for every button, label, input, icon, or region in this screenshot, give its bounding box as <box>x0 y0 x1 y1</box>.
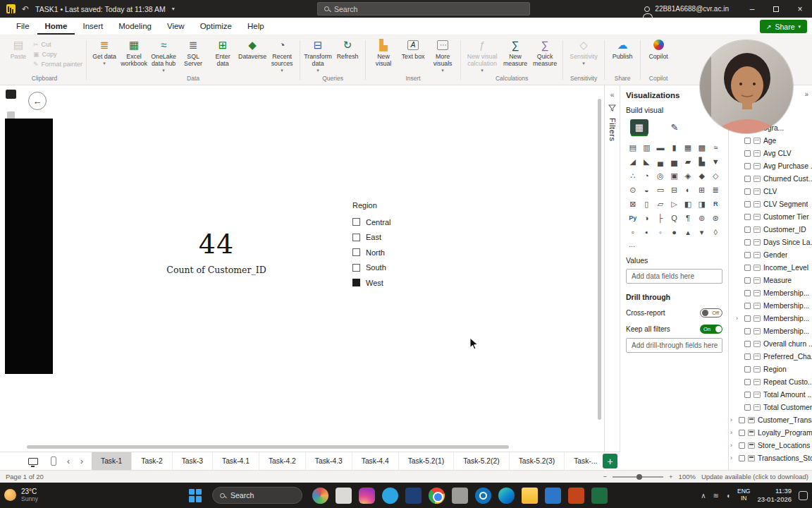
field-item-clv[interactable]: ›CLV <box>729 185 812 198</box>
field-item-overall-churn[interactable]: ›Overall churn ... <box>729 337 812 350</box>
dataverse-button[interactable]: ◆Dataverse <box>238 38 266 60</box>
field-item-gender[interactable]: ›Gender <box>729 248 812 261</box>
multi-row-card-icon[interactable]: ⊟ <box>668 183 682 197</box>
page-tab-task-5-2-3[interactable]: Task-5.2(3) <box>510 452 565 470</box>
field-item-membership[interactable]: ›Membership... <box>729 286 812 299</box>
menu-home[interactable]: Home <box>37 18 75 35</box>
menu-modeling[interactable]: Modeling <box>111 18 159 35</box>
donut-chart-icon[interactable]: ◎ <box>653 169 668 183</box>
field-checkbox[interactable] <box>744 201 751 207</box>
get-data-button[interactable]: ≣Get data▾ <box>90 38 118 66</box>
new-visual-button[interactable]: ▙New visual <box>369 38 398 67</box>
gauge-icon[interactable]: ◒ <box>640 183 654 197</box>
field-item-membership[interactable]: ›Membership... <box>729 325 812 337</box>
field-item-days-since-la[interactable]: ›Days Since La... <box>729 236 812 248</box>
checkbox-icon[interactable] <box>352 234 360 241</box>
field-checkbox[interactable] <box>744 214 751 220</box>
compass-app-icon[interactable] <box>475 488 491 504</box>
vscode-icon[interactable] <box>545 488 561 504</box>
field-item-measure[interactable]: ›Measure <box>729 274 812 286</box>
page-tab-task-3[interactable]: Task-3 <box>173 452 213 470</box>
paste-button[interactable]: ▤ Paste <box>6 38 30 60</box>
field-item-avg-purchase[interactable]: ›Avg Purchase ... <box>729 159 812 172</box>
keep-all-filters-toggle[interactable]: On <box>700 325 722 334</box>
zoom-out-icon[interactable]: − <box>603 473 607 480</box>
wifi-icon[interactable]: ≋ <box>713 492 719 500</box>
excel-icon[interactable] <box>591 488 608 504</box>
field-checkbox[interactable] <box>744 366 751 373</box>
share-button[interactable]: ↗ Share ▾ <box>760 20 807 33</box>
slicer-icon[interactable]: ⊞ <box>695 183 709 197</box>
field-checkbox[interactable] <box>744 176 751 182</box>
stacked-area-chart-icon[interactable]: ◣ <box>640 155 654 169</box>
checkbox-icon[interactable] <box>352 264 360 272</box>
field-checkbox[interactable] <box>744 239 751 246</box>
field-checkbox[interactable] <box>744 341 751 347</box>
zoom-slider-knob[interactable] <box>636 474 642 480</box>
field-checkbox[interactable] <box>739 455 745 461</box>
new-page-button[interactable]: + <box>603 454 617 468</box>
desktop-view-icon[interactable] <box>28 458 38 465</box>
field-item-total-customers[interactable]: ›Total Customers <box>729 401 812 413</box>
zoom-in-icon[interactable]: + <box>669 473 673 480</box>
100-stacked-column-chart-icon[interactable]: ▩ <box>695 140 709 155</box>
table-item-transactions-store[interactable]: ›Transactions_Store <box>729 452 812 464</box>
format-painter-button[interactable]: ✎Format painter <box>33 61 82 68</box>
expander-icon[interactable]: › <box>730 454 736 461</box>
notifications-icon[interactable] <box>799 491 808 500</box>
quick-measure-button[interactable]: ∑Quick measure <box>531 38 559 67</box>
page-tab-task-2[interactable]: Task-2 <box>132 452 172 470</box>
update-available-link[interactable]: Update available (click to download) <box>701 473 808 480</box>
treemap-icon[interactable]: ▣ <box>668 169 682 183</box>
vertical-scrollbar[interactable] <box>598 99 601 420</box>
slicer-option-north[interactable]: North <box>352 245 444 260</box>
cross-report-toggle[interactable]: Off <box>700 308 722 318</box>
field-item-age[interactable]: ›Age <box>729 134 812 147</box>
colorful-app-icon[interactable] <box>312 488 328 504</box>
global-search-box[interactable]: Search <box>317 2 530 16</box>
field-checkbox[interactable] <box>744 379 751 385</box>
field-checkbox[interactable] <box>744 277 751 284</box>
drill-through-field-well[interactable]: Add drill-through fields here <box>626 338 722 353</box>
chevron-up-icon[interactable]: ∧ <box>701 492 706 500</box>
transform-data-button[interactable]: ⊟Transform data▾ <box>304 38 332 73</box>
powerpoint-icon[interactable] <box>568 488 584 504</box>
field-item-customer-tier[interactable]: ›Customer Tier <box>729 210 812 223</box>
new-measure-button[interactable]: ∑New measure <box>501 38 529 67</box>
close-button[interactable]: × <box>788 0 812 18</box>
area-chart-icon[interactable]: ◢ <box>626 155 640 169</box>
pie-chart-icon[interactable]: ◔ <box>640 169 654 183</box>
field-item-preferred-cha[interactable]: ›Preferred_Cha... <box>729 350 812 363</box>
clustered-column-chart-icon[interactable]: ▮ <box>668 140 682 155</box>
collapse-data-pane-icon[interactable]: » <box>804 90 808 98</box>
onelake-data-hub-button[interactable]: ≈OneLake data hub▾ <box>149 38 178 73</box>
field-item-avg-clv[interactable]: ›Avg CLV <box>729 147 812 159</box>
more-visuals-button[interactable]: ⋯More visuals▾ <box>429 38 457 73</box>
scorecard-icon[interactable]: ◨ <box>695 197 709 211</box>
chrome-icon[interactable] <box>429 488 445 504</box>
page-tab-task-4-3[interactable]: Task-4.3 <box>306 452 352 470</box>
page-tab-task-4-2[interactable]: Task-4.2 <box>259 452 306 470</box>
menu-insert[interactable]: Insert <box>75 18 111 35</box>
volume-icon[interactable]: ◖ <box>726 492 730 500</box>
field-item-customer-id[interactable]: ›Customer_ID <box>729 223 812 236</box>
custom-visual-2-icon[interactable]: ▪ <box>640 225 654 239</box>
field-checkbox[interactable] <box>744 226 751 233</box>
custom-visual-4-icon[interactable]: ● <box>668 225 682 239</box>
slicer-option-central[interactable]: Central <box>352 214 444 230</box>
smart-narrative-icon[interactable]: ¶ <box>681 211 695 225</box>
line-and-stacked-column-chart-icon[interactable]: ▄ <box>653 155 668 169</box>
text-box-button[interactable]: AText box <box>399 38 427 60</box>
table-item-customer-transactio[interactable]: ›Customer_Transactio... <box>729 413 812 426</box>
power-apps-icon[interactable]: ▱ <box>653 197 668 211</box>
excel-workbook-button[interactable]: ▦Excel workbook <box>120 38 148 67</box>
field-item-region[interactable]: ›Region <box>729 363 812 375</box>
field-checkbox[interactable] <box>744 328 751 334</box>
table-item-loyalty-program[interactable]: ›Loyalty_Program <box>729 426 812 439</box>
menu-view[interactable]: View <box>159 18 192 35</box>
title-dropdown-caret-icon[interactable]: ▾ <box>172 6 175 12</box>
taskbar-search[interactable]: Search <box>212 487 302 504</box>
new-visual-calculation-button[interactable]: ƒNew visual calculation▾ <box>465 38 500 73</box>
clustered-bar-chart-icon[interactable]: ▬ <box>653 140 668 155</box>
weather-widget[interactable]: 23°C Sunny <box>4 488 110 502</box>
